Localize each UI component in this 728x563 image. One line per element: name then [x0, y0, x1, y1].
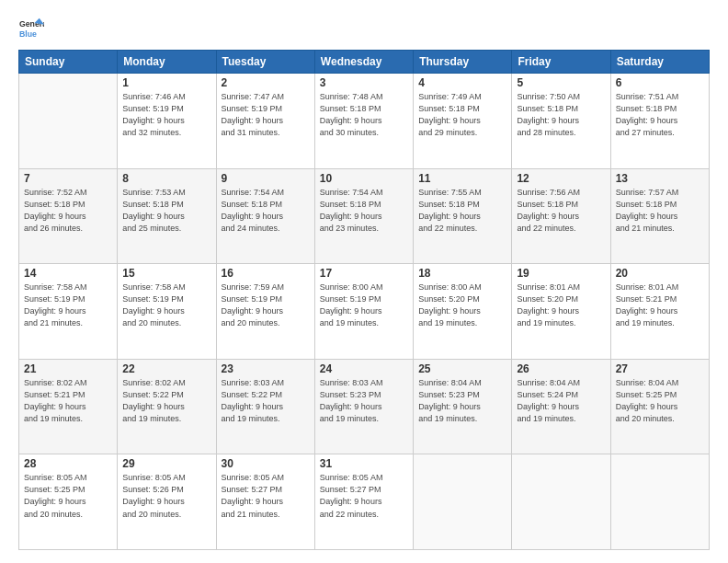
- calendar-cell: 18Sunrise: 8:00 AM Sunset: 5:20 PM Dayli…: [414, 264, 512, 360]
- calendar-cell: [414, 454, 512, 550]
- day-info: Sunrise: 7:50 AM Sunset: 5:18 PM Dayligh…: [517, 91, 605, 139]
- day-info: Sunrise: 7:49 AM Sunset: 5:18 PM Dayligh…: [418, 91, 506, 139]
- weekday-header-row: SundayMondayTuesdayWednesdayThursdayFrid…: [19, 51, 710, 74]
- day-number: 10: [320, 172, 408, 185]
- calendar-cell: 5Sunrise: 7:50 AM Sunset: 5:18 PM Daylig…: [512, 74, 610, 169]
- day-number: 12: [517, 172, 605, 185]
- logo-icon: General Blue: [18, 17, 44, 42]
- calendar-cell: 16Sunrise: 7:59 AM Sunset: 5:19 PM Dayli…: [216, 264, 314, 360]
- day-info: Sunrise: 8:03 AM Sunset: 5:22 PM Dayligh…: [222, 377, 310, 425]
- day-number: 29: [122, 457, 210, 470]
- day-number: 14: [24, 267, 112, 280]
- day-info: Sunrise: 7:47 AM Sunset: 5:19 PM Dayligh…: [222, 91, 310, 139]
- day-number: 9: [222, 172, 310, 185]
- header: General Blue: [18, 17, 710, 42]
- day-info: Sunrise: 7:48 AM Sunset: 5:18 PM Dayligh…: [320, 91, 408, 139]
- calendar-cell: 31Sunrise: 8:05 AM Sunset: 5:27 PM Dayli…: [314, 454, 413, 550]
- calendar-week-row: 28Sunrise: 8:05 AM Sunset: 5:25 PM Dayli…: [19, 454, 710, 550]
- day-number: 2: [222, 76, 310, 89]
- day-info: Sunrise: 7:54 AM Sunset: 5:18 PM Dayligh…: [222, 187, 310, 235]
- day-info: Sunrise: 7:46 AM Sunset: 5:19 PM Dayligh…: [122, 91, 210, 139]
- calendar-cell: 13Sunrise: 7:57 AM Sunset: 5:18 PM Dayli…: [610, 168, 709, 264]
- calendar-cell: 30Sunrise: 8:05 AM Sunset: 5:27 PM Dayli…: [216, 454, 314, 550]
- day-number: 6: [616, 76, 704, 89]
- day-number: 17: [320, 267, 408, 280]
- day-info: Sunrise: 7:53 AM Sunset: 5:18 PM Dayligh…: [122, 187, 210, 235]
- day-number: 16: [222, 267, 310, 280]
- calendar-cell: 6Sunrise: 7:51 AM Sunset: 5:18 PM Daylig…: [610, 74, 709, 169]
- day-info: Sunrise: 8:05 AM Sunset: 5:27 PM Dayligh…: [222, 472, 310, 520]
- weekday-thursday: Thursday: [414, 51, 512, 74]
- day-info: Sunrise: 7:59 AM Sunset: 5:19 PM Dayligh…: [222, 282, 310, 329]
- day-info: Sunrise: 7:58 AM Sunset: 5:19 PM Dayligh…: [24, 282, 112, 329]
- day-info: Sunrise: 7:56 AM Sunset: 5:18 PM Dayligh…: [517, 187, 605, 235]
- weekday-tuesday: Tuesday: [216, 51, 314, 74]
- day-number: 15: [122, 267, 210, 280]
- calendar-cell: 20Sunrise: 8:01 AM Sunset: 5:21 PM Dayli…: [610, 264, 709, 360]
- calendar-cell: 28Sunrise: 8:05 AM Sunset: 5:25 PM Dayli…: [19, 454, 118, 550]
- day-info: Sunrise: 8:03 AM Sunset: 5:23 PM Dayligh…: [320, 377, 408, 425]
- day-number: 27: [616, 362, 704, 375]
- day-info: Sunrise: 8:04 AM Sunset: 5:23 PM Dayligh…: [418, 377, 506, 425]
- day-info: Sunrise: 7:51 AM Sunset: 5:18 PM Dayligh…: [616, 91, 704, 139]
- calendar-cell: 21Sunrise: 8:02 AM Sunset: 5:21 PM Dayli…: [19, 359, 118, 454]
- calendar-cell: 24Sunrise: 8:03 AM Sunset: 5:23 PM Dayli…: [314, 359, 413, 454]
- day-info: Sunrise: 8:01 AM Sunset: 5:21 PM Dayligh…: [616, 282, 704, 329]
- calendar-cell: 1Sunrise: 7:46 AM Sunset: 5:19 PM Daylig…: [118, 74, 216, 169]
- day-number: 30: [222, 457, 310, 470]
- calendar-cell: 23Sunrise: 8:03 AM Sunset: 5:22 PM Dayli…: [216, 359, 314, 454]
- calendar-cell: 14Sunrise: 7:58 AM Sunset: 5:19 PM Dayli…: [19, 264, 118, 360]
- weekday-saturday: Saturday: [610, 51, 709, 74]
- calendar-week-row: 7Sunrise: 7:52 AM Sunset: 5:18 PM Daylig…: [19, 168, 710, 264]
- day-info: Sunrise: 8:00 AM Sunset: 5:19 PM Dayligh…: [320, 282, 408, 329]
- day-number: 7: [24, 172, 112, 185]
- weekday-monday: Monday: [118, 51, 216, 74]
- day-number: 13: [616, 172, 704, 185]
- weekday-wednesday: Wednesday: [314, 51, 413, 74]
- day-number: 18: [418, 267, 506, 280]
- day-info: Sunrise: 8:00 AM Sunset: 5:20 PM Dayligh…: [418, 282, 506, 329]
- calendar-cell: 29Sunrise: 8:05 AM Sunset: 5:26 PM Dayli…: [118, 454, 216, 550]
- day-number: 23: [222, 362, 310, 375]
- calendar-cell: 3Sunrise: 7:48 AM Sunset: 5:18 PM Daylig…: [314, 74, 413, 169]
- weekday-friday: Friday: [512, 51, 610, 74]
- day-number: 22: [122, 362, 210, 375]
- day-info: Sunrise: 7:58 AM Sunset: 5:19 PM Dayligh…: [122, 282, 210, 329]
- calendar-week-row: 1Sunrise: 7:46 AM Sunset: 5:19 PM Daylig…: [19, 74, 710, 169]
- calendar-week-row: 21Sunrise: 8:02 AM Sunset: 5:21 PM Dayli…: [19, 359, 710, 454]
- calendar-table: SundayMondayTuesdayWednesdayThursdayFrid…: [18, 50, 710, 550]
- day-number: 28: [24, 457, 112, 470]
- day-number: 4: [418, 76, 506, 89]
- day-info: Sunrise: 8:05 AM Sunset: 5:25 PM Dayligh…: [24, 472, 112, 520]
- day-info: Sunrise: 8:02 AM Sunset: 5:21 PM Dayligh…: [24, 377, 112, 425]
- calendar-week-row: 14Sunrise: 7:58 AM Sunset: 5:19 PM Dayli…: [19, 264, 710, 360]
- calendar-cell: 12Sunrise: 7:56 AM Sunset: 5:18 PM Dayli…: [512, 168, 610, 264]
- day-number: 20: [616, 267, 704, 280]
- day-number: 19: [517, 267, 605, 280]
- calendar-cell: 4Sunrise: 7:49 AM Sunset: 5:18 PM Daylig…: [414, 74, 512, 169]
- day-info: Sunrise: 8:05 AM Sunset: 5:26 PM Dayligh…: [122, 472, 210, 520]
- day-number: 31: [320, 457, 408, 470]
- calendar-cell: 22Sunrise: 8:02 AM Sunset: 5:22 PM Dayli…: [118, 359, 216, 454]
- page: General Blue SundayMondayTuesdayWednesda…: [0, 0, 728, 563]
- day-number: 26: [517, 362, 605, 375]
- day-info: Sunrise: 8:05 AM Sunset: 5:27 PM Dayligh…: [320, 472, 408, 520]
- day-number: 8: [122, 172, 210, 185]
- day-info: Sunrise: 7:55 AM Sunset: 5:18 PM Dayligh…: [418, 187, 506, 235]
- calendar-cell: [19, 74, 118, 169]
- day-number: 3: [320, 76, 408, 89]
- calendar-cell: 26Sunrise: 8:04 AM Sunset: 5:24 PM Dayli…: [512, 359, 610, 454]
- weekday-sunday: Sunday: [19, 51, 118, 74]
- svg-text:Blue: Blue: [19, 29, 37, 39]
- calendar-cell: 8Sunrise: 7:53 AM Sunset: 5:18 PM Daylig…: [118, 168, 216, 264]
- day-number: 5: [517, 76, 605, 89]
- calendar-cell: [610, 454, 709, 550]
- calendar-cell: 11Sunrise: 7:55 AM Sunset: 5:18 PM Dayli…: [414, 168, 512, 264]
- day-info: Sunrise: 8:01 AM Sunset: 5:20 PM Dayligh…: [517, 282, 605, 329]
- calendar-cell: 25Sunrise: 8:04 AM Sunset: 5:23 PM Dayli…: [414, 359, 512, 454]
- day-number: 11: [418, 172, 506, 185]
- day-info: Sunrise: 8:02 AM Sunset: 5:22 PM Dayligh…: [122, 377, 210, 425]
- day-number: 25: [418, 362, 506, 375]
- calendar-cell: 10Sunrise: 7:54 AM Sunset: 5:18 PM Dayli…: [314, 168, 413, 264]
- day-info: Sunrise: 7:52 AM Sunset: 5:18 PM Dayligh…: [24, 187, 112, 235]
